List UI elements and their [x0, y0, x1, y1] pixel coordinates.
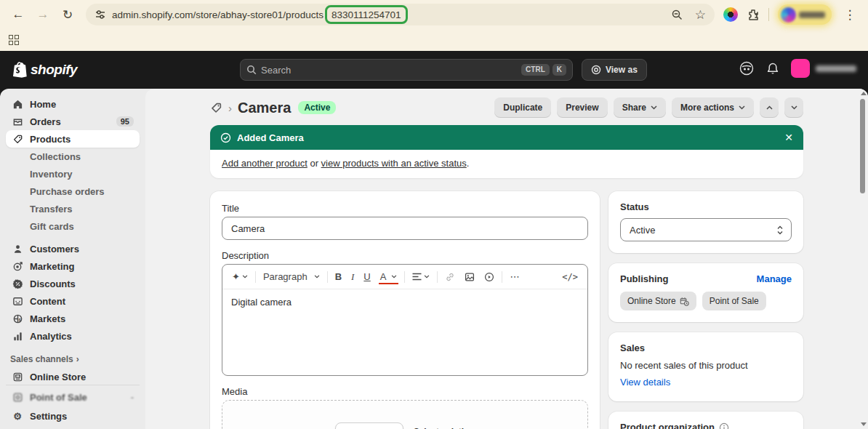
channel-pill-point-of-sale[interactable]: Point of Sale — [702, 292, 766, 310]
next-product-button[interactable] — [784, 97, 803, 118]
link-icon[interactable] — [443, 270, 457, 284]
view-active-products-link[interactable]: view products with an active status — [321, 158, 467, 169]
underline-button[interactable]: U — [361, 270, 372, 284]
search-icon — [246, 65, 257, 75]
upload-new-button[interactable]: Upload new — [335, 422, 403, 429]
add-another-product-link[interactable]: Add another product — [222, 158, 308, 169]
sidebar-item-online-store[interactable]: Online Store — [6, 368, 140, 385]
sidebar-item-transfers[interactable]: Transfers — [6, 200, 140, 217]
notifications-bell-icon[interactable] — [766, 62, 779, 76]
more-options-icon[interactable]: ⋯ — [507, 270, 521, 284]
sidebar-item-purchase-orders[interactable]: Purchase orders — [6, 183, 140, 200]
sidebar-item-gift-cards[interactable]: Gift cards — [6, 217, 140, 235]
shopify-logo[interactable]: shopify — [12, 61, 77, 78]
scroll-up-arrow[interactable] — [861, 92, 867, 95]
browser-chrome: ← → ↻ admin.shopify.com/store/abhay-stor… — [0, 0, 868, 51]
previous-product-button[interactable] — [760, 97, 779, 118]
view-details-link[interactable]: View details — [620, 377, 670, 388]
sales-body-text: No recent sales of this product — [620, 360, 792, 371]
discounts-icon — [12, 278, 23, 289]
scrollbar-thumb[interactable] — [860, 99, 865, 193]
paragraph-label: Paragraph — [263, 271, 308, 282]
description-textarea[interactable]: Digital camera — [222, 289, 587, 375]
store-account-button[interactable] — [791, 59, 856, 78]
success-banner: Added Camera ✕ Add another product or vi… — [210, 125, 803, 178]
more-actions-button[interactable]: More actions — [672, 97, 754, 118]
description-editor: ✦ Paragraph B I U — [222, 264, 588, 376]
title-input[interactable] — [222, 217, 588, 240]
admin-search-bar[interactable]: Search CTRL K — [240, 59, 573, 81]
bookmarks-bar — [0, 29, 868, 51]
sales-channels-header[interactable]: Sales channels › — [10, 352, 140, 366]
extension-camera-icon[interactable] — [723, 7, 738, 22]
manage-link[interactable]: Manage — [757, 273, 792, 284]
scroll-down-arrow[interactable] — [861, 422, 867, 426]
tune-icon[interactable] — [95, 9, 106, 20]
italic-button[interactable]: I — [349, 270, 356, 284]
select-caret-icon — [776, 225, 784, 235]
sidebar-item-label: Collections — [30, 151, 81, 162]
breadcrumb-tag-icon[interactable] — [210, 102, 222, 114]
status-value: Active — [630, 225, 655, 236]
status-select[interactable]: Active — [620, 218, 792, 241]
sidebar-item-label: Gift cards — [30, 221, 74, 232]
sidebar-item-orders[interactable]: Orders 95 — [6, 113, 140, 130]
forward-icon[interactable]: → — [33, 5, 52, 24]
extensions-puzzle-icon[interactable] — [747, 8, 760, 21]
sidebar-item-analytics[interactable]: Analytics — [6, 327, 140, 345]
sidebar-item-settings[interactable]: ⚙ Settings — [6, 407, 140, 425]
channel-pill-online-store[interactable]: Online Store — [620, 292, 696, 310]
browser-menu-kebab-icon[interactable]: ⋮ — [840, 5, 859, 24]
reload-icon[interactable]: ↻ — [58, 5, 77, 24]
media-dropzone[interactable]: Upload new Select existing — [222, 400, 588, 429]
zoom-out-icon[interactable] — [671, 9, 683, 21]
right-column: Status Active Publishing Manage — [608, 191, 803, 429]
sidebar-item-discounts[interactable]: Discounts — [6, 275, 140, 292]
sidebar-item-products[interactable]: Products — [6, 130, 140, 148]
sidebar-item-point-of-sale[interactable]: Point of Sale - — [6, 388, 140, 406]
customers-icon — [12, 244, 23, 254]
insert-video-icon[interactable] — [482, 270, 497, 284]
view-as-button[interactable]: View as — [582, 59, 647, 81]
assistant-icon[interactable] — [739, 60, 755, 76]
insert-image-icon[interactable] — [462, 270, 477, 284]
sidebar-item-label: Orders — [30, 116, 61, 127]
back-icon[interactable]: ← — [9, 5, 28, 24]
code-view-icon[interactable]: </> — [560, 270, 580, 284]
bold-button[interactable]: B — [333, 270, 344, 284]
main-content: › Camera Active Duplicate Preview Share … — [145, 89, 868, 429]
paragraph-style-dropdown[interactable]: Paragraph — [261, 270, 322, 284]
browser-profile-avatar[interactable] — [778, 4, 832, 25]
sidebar-item-content[interactable]: Content — [6, 292, 140, 310]
info-icon[interactable] — [719, 422, 729, 429]
apps-grid-icon[interactable] — [9, 35, 19, 45]
sidebar-item-marketing[interactable]: Marketing — [6, 257, 140, 275]
preview-button[interactable]: Preview — [557, 97, 607, 118]
text-color-button[interactable]: A — [378, 270, 400, 284]
sidebar-item-label: Inventory — [30, 169, 73, 180]
shopify-topbar: shopify Search CTRL K View as — [0, 51, 868, 89]
product-organization-heading: Product organization — [620, 422, 715, 429]
channel-label: Point of Sale — [710, 296, 759, 306]
share-button[interactable]: Share — [614, 97, 666, 118]
ai-sparkle-button[interactable]: ✦ — [230, 270, 250, 284]
sidebar-item-inventory[interactable]: Inventory — [6, 165, 140, 183]
sidebar-item-customers[interactable]: Customers — [6, 240, 140, 257]
sidebar: Home Orders 95 Products Collections Inve… — [0, 89, 145, 429]
duplicate-button[interactable]: Duplicate — [494, 97, 551, 118]
alignment-button[interactable] — [410, 271, 432, 282]
sidebar-divider — [6, 385, 140, 385]
sidebar-item-home[interactable]: Home — [6, 95, 140, 113]
sidebar-item-markets[interactable]: $ Markets — [6, 310, 140, 327]
close-icon[interactable]: ✕ — [784, 132, 793, 143]
breadcrumb-chevron-icon: › — [228, 102, 232, 114]
main-scrollbar[interactable] — [859, 90, 867, 428]
address-bar[interactable]: admin.shopify.com/store/abhay-store01/pr… — [86, 4, 715, 25]
chevron-right-icon: › — [76, 354, 79, 364]
bookmark-star-icon[interactable]: ☆ — [695, 9, 706, 21]
url-text[interactable]: admin.shopify.com/store/abhay-store01/pr… — [112, 9, 324, 20]
sidebar-item-label: Point of Sale — [30, 392, 87, 403]
sidebar-item-collections[interactable]: Collections — [6, 148, 140, 165]
text-color-a: A — [380, 271, 387, 282]
sales-card: Sales No recent sales of this product Vi… — [608, 332, 803, 401]
